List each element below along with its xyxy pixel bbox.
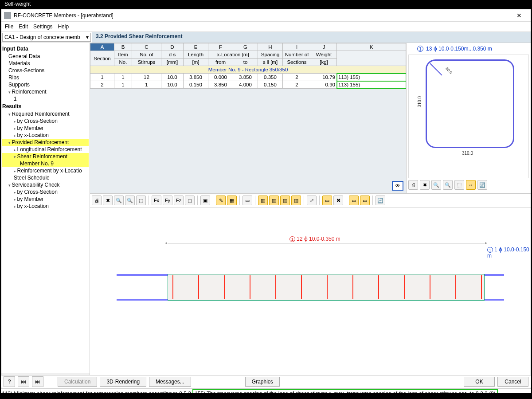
tree-req-by-member[interactable]: by Member	[2, 125, 89, 132]
cell[interactable]: 3.850	[208, 81, 233, 89]
tree-member-9[interactable]: Member No. 9	[2, 160, 89, 167]
tree-supports[interactable]: Supports	[2, 81, 89, 88]
rt-select[interactable]: ⬚	[136, 196, 146, 205]
cell[interactable]: 0.150	[184, 81, 208, 89]
tree-cross-sections[interactable]: Cross-Sections	[2, 67, 89, 74]
cell[interactable]: 1	[114, 74, 132, 81]
rt-v3[interactable]: ▥	[280, 196, 290, 205]
tree-provided-reinforcement[interactable]: Provided Reinforcement	[2, 139, 89, 146]
xs-zoom-in-button[interactable]: 🔍	[431, 180, 441, 190]
grid-row-2[interactable]: 2 1 1 10.0 0.150 3.850 4.000 0.150 2 0.9…	[90, 81, 406, 89]
tree-shear-reinforcement[interactable]: Shear Reinforcement	[2, 153, 89, 160]
cell[interactable]: 2	[90, 81, 114, 89]
rt-edit[interactable]: ✎	[216, 196, 226, 205]
cell[interactable]: 0.150	[258, 81, 283, 89]
help-button[interactable]: ?	[4, 376, 15, 387]
xs-move-button[interactable]: ↔	[466, 180, 476, 190]
rt-o1[interactable]: ▭	[349, 196, 359, 205]
rt-print[interactable]: 🖨	[92, 196, 102, 205]
graphics-button[interactable]: Graphics	[245, 377, 280, 387]
3d-rendering-button[interactable]: 3D-Rendering	[100, 377, 146, 387]
tree-steel-schedule[interactable]: Steel Schedule	[2, 174, 89, 181]
render-canvas[interactable]: ◂▸ 112 ϕ 10.0-0.350 m 11 ϕ 10.0-0.150 m	[90, 207, 531, 380]
col-F[interactable]: F	[208, 43, 233, 51]
tree-reinf-by-xloc[interactable]: Reinforcement by x-Locatio	[2, 167, 89, 174]
cell[interactable]: 1	[132, 81, 161, 89]
rt-hatch[interactable]: ▦	[227, 196, 237, 205]
toggle-visibility-button[interactable]: 👁	[392, 181, 403, 191]
close-button[interactable]: ✕	[510, 12, 528, 19]
cell[interactable]: 0.000	[208, 74, 233, 81]
menu-help[interactable]: Help	[58, 23, 69, 30]
tree-longitudinal[interactable]: Longitudinal Reinforcement	[2, 146, 89, 153]
xs-refresh-button[interactable]: 🔄	[477, 180, 487, 190]
cell[interactable]: 0.90	[311, 81, 337, 89]
rt-o2[interactable]: ▭	[360, 196, 370, 205]
cell[interactable]: 3.850	[184, 74, 208, 81]
col-E[interactable]: E	[184, 43, 208, 51]
rt-zoom-out[interactable]: 🔍	[125, 196, 135, 205]
col-B[interactable]: B	[114, 43, 132, 51]
messages-button[interactable]: Messages...	[149, 377, 191, 387]
rt-fx[interactable]: Fx	[152, 196, 161, 205]
cell[interactable]: 1	[90, 74, 114, 81]
cancel-button[interactable]: Cancel	[497, 377, 528, 387]
col-A[interactable]: A	[90, 43, 114, 51]
tree-serv-by-xloc[interactable]: by x-Location	[2, 203, 89, 210]
rt-dims[interactable]: ▭	[322, 196, 332, 205]
col-I[interactable]: I	[283, 43, 311, 51]
cell[interactable]: 12	[132, 74, 161, 81]
col-G[interactable]: G	[233, 43, 258, 51]
menu-edit[interactable]: Edit	[19, 23, 28, 30]
xs-zoom-out-button[interactable]: 🔍	[443, 180, 453, 190]
tree-req-by-xloc[interactable]: by x-Location	[2, 132, 89, 139]
ok-button[interactable]: OK	[464, 377, 495, 387]
rt-tool[interactable]: ✖	[103, 196, 113, 205]
cell[interactable]: 3.850	[233, 74, 258, 81]
tree-results[interactable]: Results	[2, 103, 89, 110]
menu-file[interactable]: File	[5, 23, 13, 30]
rt-v4[interactable]: ▥	[291, 196, 301, 205]
cell[interactable]: 10.0	[161, 81, 184, 89]
menu-settings[interactable]: Settings	[33, 23, 52, 30]
col-K[interactable]: K	[337, 43, 406, 51]
tree-serviceability[interactable]: Serviceability Check	[2, 181, 89, 188]
cell-notes[interactable]: 113) 155)	[337, 81, 406, 89]
results-grid[interactable]: A B C D E F G H I J K	[90, 43, 407, 193]
nav-prev-button[interactable]: ⏮	[18, 376, 29, 387]
grid-member-row[interactable]: Member No. 9 - Rectangle 350/350	[90, 66, 406, 74]
rt-rect[interactable]: ▭	[243, 196, 252, 205]
tree-general-data[interactable]: General Data	[2, 53, 89, 60]
rt-zoom-in[interactable]: 🔍	[114, 196, 124, 205]
calculation-button[interactable]: Calculation	[58, 377, 97, 387]
cell-notes[interactable]: 113) 155)	[337, 74, 406, 81]
rt-axes[interactable]: ⤢	[307, 196, 317, 205]
cell[interactable]: 4.000	[233, 81, 258, 89]
tree-required-reinforcement[interactable]: Required Reinforcement	[2, 110, 89, 117]
xs-canvas[interactable]: 310.0 310.0 80.0	[408, 55, 529, 178]
tree-reinforcement[interactable]: Reinforcement	[2, 88, 89, 95]
rt-refresh[interactable]: 🔄	[376, 196, 385, 205]
tree-ribs[interactable]: Ribs	[2, 74, 89, 81]
tree-serv-by-xs[interactable]: by Cross-Section	[2, 188, 89, 196]
xs-grid-button[interactable]: ⬚	[454, 180, 464, 190]
cell[interactable]: 2	[283, 74, 311, 81]
tree-materials[interactable]: Materials	[2, 60, 89, 67]
case-selector[interactable]: CA1 - Design of concrete memb ▾	[2, 33, 91, 42]
tree-req-by-xs[interactable]: by Cross-Section	[2, 117, 89, 125]
cell[interactable]: 10.79	[311, 74, 337, 81]
rt-fy[interactable]: Fy	[163, 196, 172, 205]
xs-print-button[interactable]: 🖨	[408, 180, 418, 190]
tree-input-data[interactable]: Input Data	[2, 46, 89, 52]
tree-serv-by-member[interactable]: by Member	[2, 196, 89, 203]
grid-row-1[interactable]: 1 1 12 10.0 3.850 0.000 3.850 0.350 2 10…	[90, 74, 406, 81]
col-H[interactable]: H	[258, 43, 283, 51]
nav-next-button[interactable]: ⏭	[32, 376, 43, 387]
navigation-tree[interactable]: Input Data General Data Materials Cross-…	[1, 43, 90, 380]
rt-v2[interactable]: ▥	[269, 196, 279, 205]
rt-box2[interactable]: ▣	[200, 196, 210, 205]
rt-v1[interactable]: ▥	[258, 196, 268, 205]
col-C[interactable]: C	[132, 43, 161, 51]
cell[interactable]: 2	[283, 81, 311, 89]
col-D[interactable]: D	[161, 43, 184, 51]
